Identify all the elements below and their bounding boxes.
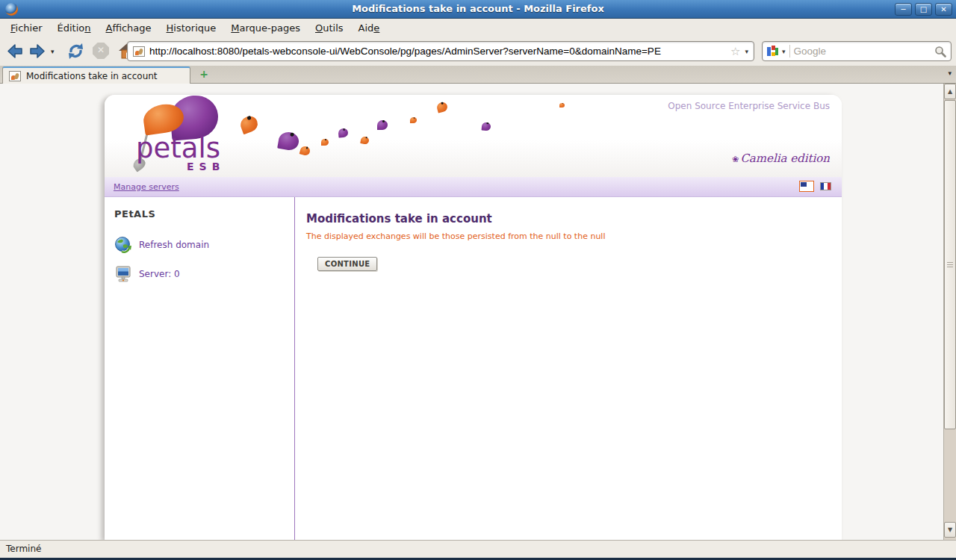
console-navbar: Manage servers — [105, 177, 842, 197]
manage-servers-link[interactable]: Manage servers — [114, 182, 179, 192]
url-bar[interactable] — [127, 41, 754, 61]
divider — [789, 45, 790, 57]
petal-decoration — [321, 139, 329, 146]
petal-decoration — [238, 114, 260, 135]
server-0-link[interactable]: Server: 0 — [139, 269, 180, 279]
menubar-item-historique[interactable]: Historique — [159, 21, 224, 35]
close-button[interactable] — [935, 3, 952, 16]
globe-refresh-icon — [114, 236, 132, 254]
menubar-item-fichier[interactable]: Fichier — [3, 21, 50, 35]
menubar-item-edition[interactable]: Édition — [50, 21, 99, 35]
petal-decoration — [559, 103, 565, 108]
main-content: Modifications take in account The displa… — [296, 197, 842, 540]
list-all-tabs-icon[interactable] — [948, 69, 952, 77]
window-titlebar: Modifications take in account - Mozilla … — [0, 0, 956, 19]
petals-logo-esb: ESB — [187, 161, 225, 172]
tab-label: Modifications take in account — [26, 71, 158, 81]
sidebar: PEtALS Refresh domain — [105, 197, 295, 540]
menubar-item-outils[interactable]: Outils — [308, 21, 351, 35]
bookmark-star-icon[interactable] — [730, 45, 740, 58]
search-engine-dropdown-icon[interactable] — [782, 48, 786, 55]
page-title: Modifications take in account — [306, 212, 842, 225]
continue-button[interactable]: CONTINUE — [317, 257, 377, 271]
sidebar-item-refresh-domain[interactable]: Refresh domain — [114, 236, 294, 254]
back-icon[interactable] — [4, 41, 25, 61]
status-bar: Terminé — [0, 540, 956, 560]
url-input[interactable] — [149, 46, 726, 57]
navigation-toolbar — [0, 37, 956, 66]
url-dropdown-icon[interactable] — [745, 48, 748, 55]
maximize-button[interactable] — [915, 3, 932, 16]
petal-decoration — [360, 136, 370, 145]
scroll-up-icon[interactable] — [944, 84, 956, 99]
search-bar[interactable] — [762, 41, 952, 61]
petal-decoration — [338, 128, 349, 137]
stop-icon[interactable] — [93, 43, 109, 59]
page-favicon-icon — [133, 46, 145, 57]
page-header-banner: petals ESB Open Source Enterprise Servic… — [105, 95, 842, 177]
tab-bar: Modifications take in account — [0, 66, 956, 84]
flag-us-icon[interactable] — [799, 181, 814, 192]
menubar-item-affichage[interactable]: Affichage — [99, 21, 159, 35]
status-text: Terminé — [6, 544, 41, 554]
petals-page-card: petals ESB Open Source Enterprise Servic… — [105, 95, 842, 540]
forward-icon[interactable] — [28, 41, 48, 61]
new-tab-button[interactable] — [196, 67, 212, 81]
server-icon — [114, 265, 132, 283]
status-message: The displayed exchanges will be those pe… — [306, 231, 842, 241]
petal-decoration — [410, 117, 417, 123]
camelia-flower-icon — [732, 155, 739, 164]
scroll-down-icon[interactable] — [944, 522, 956, 538]
petal-decoration — [377, 120, 388, 130]
search-input[interactable] — [794, 46, 931, 57]
header-tagline: Open Source Enterprise Service Bus — [668, 101, 830, 111]
menubar-item-aide[interactable]: Aide — [351, 21, 388, 35]
sidebar-item-server[interactable]: Server: 0 — [114, 265, 294, 283]
window-controls — [895, 3, 952, 16]
tab-favicon-icon — [9, 71, 21, 81]
flag-fr-icon[interactable] — [820, 182, 831, 190]
browser-viewport: petals ESB Open Source Enterprise Servic… — [0, 84, 956, 540]
petal-decoration — [436, 101, 449, 113]
sidebar-title: PEtALS — [114, 208, 294, 220]
tab-modifications[interactable]: Modifications take in account — [2, 66, 190, 84]
petal-decoration — [299, 146, 311, 157]
history-dropdown-icon[interactable] — [51, 48, 55, 55]
google-icon — [767, 46, 778, 57]
reload-icon[interactable] — [66, 41, 86, 61]
vertical-scrollbar[interactable] — [943, 84, 956, 540]
menubar-item-marque-pages[interactable]: Marque-pages — [223, 21, 308, 35]
search-magnifier-icon[interactable] — [934, 46, 946, 57]
scrollbar-thumb[interactable] — [944, 100, 956, 429]
minimize-button[interactable] — [895, 3, 912, 16]
petal-decoration — [482, 122, 491, 131]
language-switcher — [799, 181, 831, 192]
menubar: FichierÉditionAffichageHistoriqueMarque-… — [0, 19, 956, 37]
edition-label: Camelia edition — [732, 152, 830, 165]
refresh-domain-link[interactable]: Refresh domain — [139, 240, 209, 250]
petals-logo: petals — [136, 132, 220, 164]
window-title: Modifications take in account - Mozilla … — [0, 3, 956, 14]
petal-decoration — [277, 131, 300, 152]
